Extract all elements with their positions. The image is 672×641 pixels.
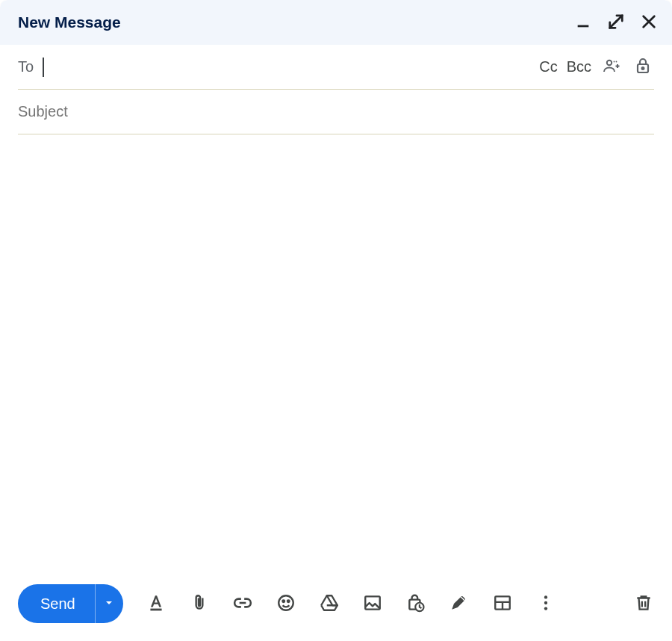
caret-down-icon [103, 597, 115, 611]
message-body-input[interactable] [18, 148, 654, 560]
lock-icon [634, 57, 652, 77]
minimize-icon [575, 13, 591, 32]
message-body-area [0, 134, 672, 574]
svg-point-16 [544, 601, 547, 604]
layout-icon [493, 593, 512, 615]
drive-icon [320, 593, 339, 615]
recipients-row: To Cc Bcc [18, 45, 654, 90]
compose-header: New Message [0, 0, 672, 45]
trash-icon [634, 593, 653, 615]
subject-input[interactable] [18, 97, 654, 127]
pen-sign-icon [449, 593, 469, 615]
toolbar-left: Send [18, 584, 556, 623]
attach-icon [190, 593, 209, 615]
subject-row [18, 90, 654, 134]
attach-button[interactable] [189, 593, 210, 614]
send-button[interactable]: Send [18, 584, 95, 623]
image-icon [363, 593, 382, 615]
svg-point-9 [287, 600, 290, 602]
svg-point-1 [607, 61, 612, 65]
svg-point-3 [616, 61, 617, 63]
confidential-icon [406, 593, 426, 615]
add-recipients-button[interactable] [600, 56, 623, 78]
to-input[interactable] [53, 52, 531, 82]
formatting-button[interactable] [146, 593, 167, 614]
svg-point-7 [279, 595, 293, 610]
close-button[interactable] [639, 13, 659, 32]
discard-draft-button[interactable] [633, 593, 654, 614]
insert-image-button[interactable] [362, 593, 383, 614]
emoji-icon [276, 593, 296, 615]
svg-point-2 [614, 61, 615, 63]
insert-link-button[interactable] [232, 593, 253, 614]
fullscreen-button[interactable] [606, 13, 626, 32]
to-label: To [18, 58, 34, 75]
send-button-group: Send [18, 584, 123, 623]
close-icon [641, 13, 657, 32]
select-layout-button[interactable] [492, 593, 513, 614]
link-icon [233, 593, 252, 615]
svg-point-17 [544, 607, 547, 610]
text-cursor [43, 58, 44, 77]
bcc-button[interactable]: Bcc [567, 58, 591, 75]
minimize-button[interactable] [573, 13, 593, 32]
header-actions [573, 13, 659, 32]
confidential-mode-button[interactable] [405, 593, 426, 614]
more-options-button[interactable] [535, 593, 556, 614]
cc-button[interactable]: Cc [539, 58, 557, 75]
insert-drive-button[interactable] [319, 593, 340, 614]
add-people-icon [603, 57, 620, 77]
send-options-button[interactable] [95, 584, 123, 623]
compose-title: New Message [18, 13, 121, 31]
svg-rect-6 [150, 608, 161, 610]
svg-point-5 [642, 67, 644, 69]
svg-point-8 [282, 600, 284, 602]
svg-rect-0 [578, 25, 589, 27]
insert-signature-button[interactable] [449, 593, 470, 614]
more-vert-icon [536, 593, 556, 615]
toggle-confidential-button[interactable] [632, 56, 654, 78]
text-format-icon [146, 593, 166, 615]
insert-emoji-button[interactable] [276, 593, 296, 614]
compose-window: New Message [0, 0, 672, 641]
compose-toolbar: Send [0, 574, 672, 641]
fullscreen-icon [608, 13, 624, 32]
svg-point-15 [544, 595, 547, 598]
